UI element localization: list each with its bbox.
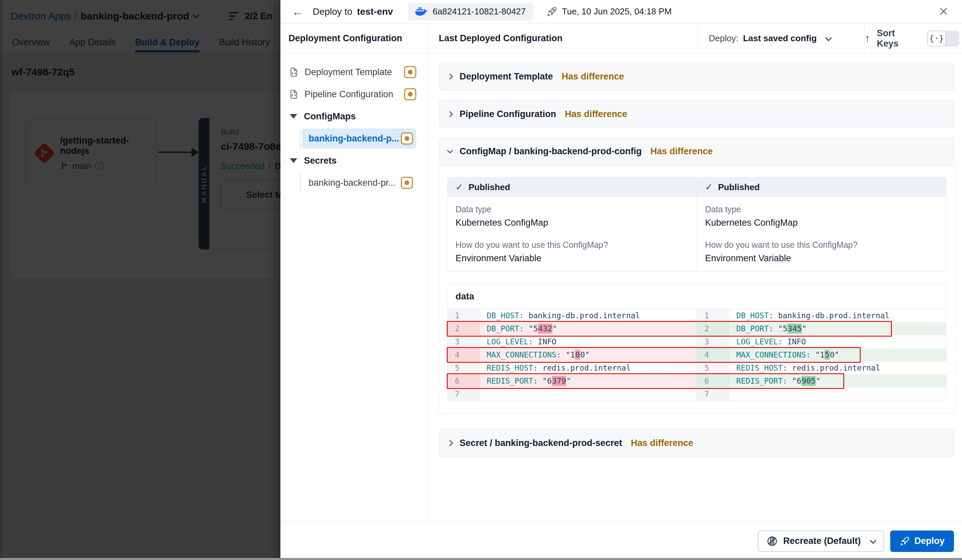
sidebar-item-configmaps[interactable]: ConfigMaps [281, 106, 428, 127]
chevron-down-icon [870, 537, 876, 544]
modal-header: ← Deploy to test-env 6a8 [281, 0, 962, 23]
diff-pane-right: 1DB_HOST: banking-db.prod.internal2DB_PO… [697, 309, 946, 401]
deploy-config-value: Last saved config [743, 33, 817, 44]
line-number: 1 [697, 309, 730, 322]
line-number: 5 [447, 361, 480, 374]
has-difference-badge: Has difference [631, 438, 693, 448]
unpublished-changes-badge [404, 88, 416, 100]
screen: Devtron Apps / banking-backend-prod 2/2 … [0, 0, 962, 560]
line-number: 4 [697, 349, 730, 361]
deploy-label: Deploy: [709, 33, 738, 44]
diff-line-2: 2DB_PORT: "5432" [447, 322, 697, 335]
view-mode-toggle[interactable]: {·} [927, 31, 959, 47]
line-number: 3 [697, 335, 730, 349]
field-label: How do you want to use this ConfigMap? [705, 240, 938, 250]
diff-sections: Deployment Template Has difference Pipel… [428, 54, 962, 457]
unpublished-changes-badge [401, 177, 413, 189]
diff-line-5: 5REDIS_HOST: redis.prod.internal [447, 361, 697, 374]
modal-backdrop[interactable] [0, 0, 281, 560]
back-arrow-icon[interactable]: ← [292, 6, 304, 18]
sidebar-item-pipeline-configuration[interactable]: Pipeline Configuration [281, 84, 428, 105]
code-line: DB_PORT: "5432" [480, 322, 697, 335]
chevron-down-icon [825, 34, 832, 41]
line-number: 7 [697, 387, 730, 401]
deploy-config-selector[interactable]: Deploy: Last saved config [698, 23, 864, 53]
sort-keys-button[interactable]: Sort Keys [877, 28, 916, 49]
docker-icon [415, 7, 428, 17]
deploy-button[interactable]: Deploy [890, 531, 954, 552]
published-column-right: ✓ Published Data type Kubernetes ConfigM… [697, 178, 946, 272]
section-secret[interactable]: Secret / banking-backend-prod-secret Has… [439, 429, 955, 457]
line-number: 3 [447, 335, 480, 349]
file-code-icon [289, 89, 299, 100]
sidebar-item-banking-backend-p[interactable]: banking-backend-p... [281, 128, 428, 149]
caret-down-icon [290, 114, 297, 119]
configmap-section-header[interactable]: ConfigMap / banking-backend-prod-config … [439, 138, 954, 165]
deployment-strategy-button[interactable]: Recreate (Default) [758, 531, 884, 552]
has-difference-badge: Has difference [650, 146, 713, 157]
chevron-right-icon [447, 440, 453, 446]
line-number: 1 [447, 309, 480, 322]
config-sidebar: Deployment Configuration Deployment Temp… [281, 23, 428, 522]
code-line: LOG_LEVEL: INFO [480, 335, 697, 349]
config-tree: Deployment TemplatePipeline Configuratio… [281, 54, 428, 193]
field-label: Data type [705, 204, 938, 214]
left-pane-title: Last Deployed Configuration [428, 23, 698, 53]
diff-line-7: 7 [697, 387, 946, 401]
line-number: 6 [697, 374, 730, 387]
has-difference-badge: Has difference [565, 109, 627, 119]
unpublished-changes-badge [404, 66, 416, 78]
published-comparison: ✓ Published Data type Kubernetes ConfigM… [447, 178, 946, 272]
line-number: 2 [447, 322, 480, 335]
sidebar-item-secrets[interactable]: Secrets [281, 150, 428, 171]
tree-indent-line [300, 173, 300, 193]
code-line: REDIS_PORT: "6905" [730, 374, 946, 387]
code-line: REDIS_HOST: redis.prod.internal [480, 361, 697, 374]
diff-line-4: 4MAX_CONNECTIONS: "100" [447, 349, 697, 361]
code-line: MAX_CONNECTIONS: "100" [480, 349, 697, 361]
section-configmap: ConfigMap / banking-backend-prod-config … [439, 137, 955, 413]
diff-line-1: 1DB_HOST: banking-db.prod.internal [447, 309, 697, 322]
diff-line-4: 4MAX_CONNECTIONS: "150" [697, 349, 946, 361]
caret-down-icon [290, 158, 297, 163]
diff-line-3: 3LOG_LEVEL: INFO [697, 335, 946, 349]
diff-line-1: 1DB_HOST: banking-db.prod.internal [697, 309, 946, 322]
deployed-at: Tue, 10 Jun 2025, 04:18 PM [546, 6, 671, 17]
code-view-icon[interactable]: {·} [927, 31, 946, 47]
diff-line-3: 3LOG_LEVEL: INFO [447, 335, 697, 349]
diff-pane-left: 1DB_HOST: banking-db.prod.internal2DB_PO… [447, 309, 697, 401]
tree-indent-line [300, 128, 300, 149]
code-line: DB_HOST: banking-db.prod.internal [730, 309, 946, 322]
diff-line-6: 6REDIS_PORT: "6905" [697, 374, 946, 387]
config-content: Last Deployed Configuration Deploy: Last… [428, 23, 962, 522]
line-number: 7 [447, 387, 480, 401]
content-toolbar: Last Deployed Configuration Deploy: Last… [428, 23, 962, 54]
image-tag: 6a824121-10821-80427 [433, 6, 526, 17]
sidebar-item-deployment-template[interactable]: Deployment Template [281, 62, 428, 82]
modal-title: Deploy to test-env [313, 6, 393, 17]
line-number: 5 [697, 361, 730, 374]
data-block-title: data [447, 284, 946, 309]
line-number: 6 [447, 374, 480, 387]
sidebar-item-banking-backend-pr[interactable]: banking-backend-pr... [281, 173, 428, 193]
configmap-data-diff: data 1DB_HOST: banking-db.prod.internal2… [447, 284, 946, 401]
toolbar-right: ↑ Sort Keys {·} [864, 23, 962, 53]
file-code-icon [289, 67, 299, 77]
code-line: REDIS_PORT: "6379" [480, 374, 697, 387]
code-line: LOG_LEVEL: INFO [730, 335, 946, 349]
section-pipeline-configuration[interactable]: Pipeline Configuration Has difference [439, 100, 955, 128]
field-label: Data type [455, 204, 689, 214]
close-icon[interactable]: ✕ [938, 6, 949, 18]
diff-line-7: 7 [447, 387, 697, 401]
chevron-right-icon [447, 111, 453, 117]
has-difference-badge: Has difference [562, 71, 624, 82]
field-value: Environment Variable [455, 252, 689, 264]
section-deployment-template[interactable]: Deployment Template Has difference [439, 62, 955, 90]
target-environment: test-env [357, 6, 393, 17]
field-value: Kubernetes ConfigMap [455, 217, 689, 228]
sort-arrow-icon: ↑ [865, 32, 870, 45]
code-line [480, 387, 697, 401]
unpublished-changes-badge [401, 132, 413, 145]
sidebar-title: Deployment Configuration [281, 23, 428, 54]
image-tag-badge[interactable]: 6a824121-10821-80427 [408, 3, 533, 21]
